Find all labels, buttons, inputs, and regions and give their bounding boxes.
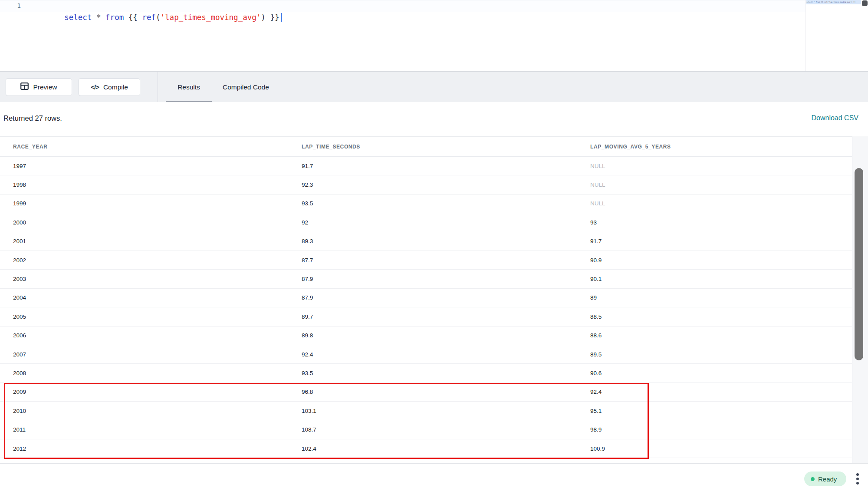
code-token — [92, 13, 96, 22]
code-token: {{ — [124, 13, 142, 22]
table-cell: 88.5 — [590, 313, 852, 320]
table-cell: 90.6 — [590, 370, 852, 376]
table-cell: 92.3 — [302, 181, 590, 188]
table-row: 200893.590.6 — [0, 364, 852, 382]
table-cell: 93.5 — [302, 370, 590, 376]
table-cell: NULL — [590, 181, 852, 188]
ready-dot-icon — [811, 477, 815, 481]
table-cell: 92.4 — [302, 351, 590, 358]
code-token: ref — [142, 13, 156, 22]
download-csv-link[interactable]: Download CSV — [812, 114, 859, 122]
results-panel: Returned 27 rows. Download CSV RACE_YEAR… — [0, 102, 868, 463]
table-cell: 92 — [302, 219, 590, 226]
results-scrollbar-thumb[interactable] — [855, 168, 863, 360]
table-row: 199791.7NULL — [0, 157, 852, 175]
code-icon: </> — [91, 83, 99, 91]
table-row: 200589.788.5 — [0, 307, 852, 326]
tab-compiled-code[interactable]: Compiled Code — [223, 72, 269, 102]
code-token: ) — [261, 13, 266, 22]
table-row: 200189.391.7 — [0, 232, 852, 251]
tab-results[interactable]: Results — [166, 72, 212, 102]
compile-button[interactable]: </> Compile — [79, 78, 140, 96]
table-cell: 2002 — [13, 257, 302, 264]
results-toolbar: Preview </> Compile Results Compiled Cod… — [0, 71, 868, 102]
table-cell: 89.8 — [302, 332, 590, 339]
table-row: 200996.892.4 — [0, 383, 852, 402]
table-cell: 2008 — [13, 370, 302, 376]
preview-button-label: Preview — [33, 83, 57, 91]
code-token: }} — [266, 13, 279, 22]
table-cell: 100.9 — [590, 445, 852, 452]
table-row: 2012102.4100.9 — [0, 439, 852, 458]
text-cursor — [281, 13, 282, 22]
code-token: 'lap_times_moving_avg' — [161, 13, 261, 22]
toolbar-divider — [158, 72, 158, 102]
column-header: RACE_YEAR — [13, 144, 302, 150]
table-cell: 2012 — [13, 445, 302, 452]
table-cell: 89.7 — [302, 313, 590, 320]
table-cell: 2007 — [13, 351, 302, 358]
table-cell: 93 — [590, 219, 852, 226]
table-row: 200689.888.6 — [0, 326, 852, 345]
code-token — [101, 13, 106, 22]
table-cell: 103.1 — [302, 408, 590, 414]
tab-results-label: Results — [178, 83, 200, 91]
kebab-menu-icon[interactable] — [854, 473, 861, 485]
table-row: 20009293 — [0, 213, 852, 232]
table-cell: 2001 — [13, 238, 302, 244]
table-cell: 92.4 — [590, 389, 852, 395]
table-header-row: RACE_YEARLAP_TIME_SECONDSLAP_MOVING_AVG_… — [0, 136, 852, 157]
table-cell: 2009 — [13, 389, 302, 395]
table-cell: 88.6 — [590, 332, 852, 339]
table-cell: 90.9 — [590, 257, 852, 264]
table-cell: 1998 — [13, 181, 302, 188]
results-scrollbar-track[interactable] — [852, 136, 868, 463]
table-cell: 2005 — [13, 313, 302, 320]
table-row: 199892.3NULL — [0, 175, 852, 194]
column-header: LAP_TIME_SECONDS — [302, 144, 590, 150]
table-cell: 89.5 — [590, 351, 852, 358]
row-count-summary: Returned 27 rows. — [3, 114, 62, 122]
table-row: 2011108.798.9 — [0, 420, 852, 439]
table-row: 199993.5NULL — [0, 195, 852, 213]
preview-button[interactable]: Preview — [6, 78, 72, 96]
table-cell: 2000 — [13, 219, 302, 226]
table-cell: 89.3 — [302, 238, 590, 244]
table-cell: 95.1 — [590, 408, 852, 414]
table-cell: 89 — [590, 294, 852, 301]
editor-minimap[interactable]: select * from {{ ref('lap_times_moving_a… — [806, 0, 861, 71]
sql-editor[interactable]: 1 select * from {{ ref('lap_times_moving… — [0, 0, 868, 71]
line-number: 1 — [0, 0, 21, 12]
minimap-code: select * from {{ ref('lap_times_moving_a… — [806, 0, 861, 4]
table-row: 2010103.195.1 — [0, 402, 852, 420]
ready-label: Ready — [818, 475, 837, 483]
table-cell: 2011 — [13, 426, 302, 433]
table-cell: 108.7 — [302, 426, 590, 433]
table-row: 200792.489.5 — [0, 345, 852, 364]
table-cell: 93.5 — [302, 200, 590, 207]
status-badge[interactable]: Ready — [804, 472, 846, 486]
table-cell: 87.7 — [302, 257, 590, 264]
editor-scrollbar-thumb[interactable] — [862, 0, 868, 6]
table-cell: 102.4 — [302, 445, 590, 452]
code-token: select — [64, 13, 92, 22]
table-cell: 91.7 — [590, 238, 852, 244]
table-cell: 2003 — [13, 276, 302, 282]
compile-button-label: Compile — [103, 83, 128, 91]
table-row: 200387.990.1 — [0, 270, 852, 288]
sql-code: select * from {{ ref('lap_times_moving_a… — [64, 13, 279, 22]
table-cell: 2006 — [13, 332, 302, 339]
table-cell: 1999 — [13, 200, 302, 207]
table-cell: 1997 — [13, 163, 302, 169]
code-token: ( — [156, 13, 161, 22]
code-token: * — [96, 13, 101, 22]
table-cell: 98.9 — [590, 426, 852, 433]
table-cell: 87.9 — [302, 294, 590, 301]
table-body: 199791.7NULL199892.3NULL199993.5NULL2000… — [0, 157, 852, 458]
table-cell: 96.8 — [302, 389, 590, 395]
table-icon — [20, 82, 29, 92]
status-bar: Ready — [0, 463, 868, 488]
table-cell: NULL — [590, 163, 852, 169]
column-header: LAP_MOVING_AVG_5_YEARS — [590, 144, 852, 150]
code-line[interactable]: select * from {{ ref('lap_times_moving_a… — [37, 0, 282, 12]
